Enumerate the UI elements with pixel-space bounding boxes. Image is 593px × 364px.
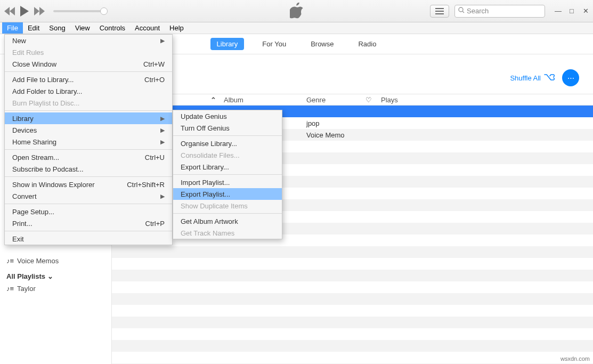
apple-logo-icon — [290, 2, 304, 20]
tab-for-you[interactable]: For You — [256, 38, 293, 50]
search-placeholder: Search — [467, 7, 489, 15]
next-icon[interactable] — [34, 7, 46, 15]
sort-asc-icon: ⌃ — [210, 96, 216, 104]
menu-song[interactable]: Song — [44, 22, 70, 34]
library-submenu: Update Genius Turn Off Genius Organise L… — [173, 110, 282, 239]
lib-get-artwork[interactable]: Get Album Artwork — [173, 215, 282, 227]
svg-rect-6 — [435, 11, 444, 12]
cell-genre: Voice Memo — [302, 131, 361, 139]
svg-line-9 — [462, 11, 464, 13]
lib-export-library[interactable]: Export Library... — [173, 161, 282, 173]
sidebar-item-taylor[interactable]: ♪≡ Taylor — [6, 285, 105, 293]
lib-export-playlist[interactable]: Export Playlist... — [173, 188, 282, 200]
lib-import-playlist[interactable]: Import Playlist... — [173, 176, 282, 188]
file-subscribe[interactable]: Subscribe to Podcast... — [5, 163, 172, 175]
lib-organise[interactable]: Organise Library... — [173, 137, 282, 149]
submenu-arrow-icon: ▶ — [160, 37, 165, 44]
file-show-explorer[interactable]: Show in Windows ExplorerCtrl+Shift+R — [5, 179, 172, 190]
svg-marker-4 — [39, 7, 45, 15]
col-genre[interactable]: Genre — [302, 96, 361, 104]
submenu-arrow-icon: ▶ — [160, 139, 165, 145]
svg-marker-2 — [20, 6, 29, 17]
menu-help[interactable]: Help — [165, 22, 189, 34]
list-view-button[interactable] — [430, 5, 449, 18]
svg-marker-1 — [10, 7, 15, 15]
file-open-stream[interactable]: Open Stream...Ctrl+U — [5, 151, 172, 163]
col-plays[interactable]: Plays — [377, 96, 593, 104]
menu-account[interactable]: Account — [130, 22, 165, 34]
playback-controls — [4, 6, 110, 17]
file-burn: Burn Playlist to Disc... — [5, 97, 172, 109]
minimize-button[interactable]: — — [555, 7, 561, 15]
file-home-sharing[interactable]: Home Sharing▶ — [5, 136, 172, 148]
file-add-folder[interactable]: Add Folder to Library... — [5, 85, 172, 97]
close-button[interactable]: ✕ — [582, 7, 589, 15]
menu-file[interactable]: File — [2, 22, 23, 34]
file-menu-dropdown: New▶ Edit Rules Close WindowCtrl+W Add F… — [4, 34, 173, 245]
file-library[interactable]: Library▶ — [5, 112, 172, 124]
file-new[interactable]: New▶ — [5, 35, 172, 46]
lib-show-duplicates: Show Duplicate Items — [173, 200, 282, 212]
col-heart[interactable]: ♡ — [361, 96, 377, 104]
watermark: wsxdn.com — [560, 355, 590, 362]
table-header: me Artist⌃ Album Genre ♡ Plays — [112, 94, 593, 106]
cell-genre: jpop — [302, 119, 361, 127]
file-add-file[interactable]: Add File to Library...Ctrl+O — [5, 74, 172, 85]
sidebar-all-playlists[interactable]: All Playlists ⌄ — [6, 272, 105, 280]
maximize-button[interactable]: □ — [568, 7, 575, 15]
tab-library[interactable]: Library — [210, 38, 245, 50]
heart-icon: ♡ — [365, 96, 372, 104]
menubar: File Edit Song View Controls Account Hel… — [0, 22, 593, 34]
lib-update-genius[interactable]: Update Genius — [173, 110, 282, 122]
svg-marker-0 — [4, 7, 10, 15]
file-print[interactable]: Print...Ctrl+P — [5, 217, 172, 229]
lib-turn-off-genius[interactable]: Turn Off Genius — [173, 122, 282, 134]
file-edit-rules: Edit Rules — [5, 46, 172, 58]
playlist-icon: ♪≡ — [6, 257, 14, 265]
ellipsis-icon: ⋯ — [567, 74, 574, 82]
sidebar-item-voice-memos[interactable]: ♪≡ Voice Memos — [6, 257, 105, 265]
file-devices[interactable]: Devices▶ — [5, 124, 172, 136]
lib-consolidate: Consolidate Files... — [173, 149, 282, 161]
menu-edit[interactable]: Edit — [23, 22, 44, 34]
prev-icon[interactable] — [4, 7, 16, 15]
tab-radio[interactable]: Radio — [352, 38, 383, 50]
menu-view[interactable]: View — [70, 22, 95, 34]
sidebar-label: Voice Memos — [17, 257, 59, 265]
file-convert[interactable]: Convert▶ — [5, 190, 172, 202]
menu-controls[interactable]: Controls — [95, 22, 130, 34]
search-icon — [458, 7, 465, 15]
file-exit[interactable]: Exit — [5, 233, 172, 245]
svg-marker-3 — [34, 7, 39, 15]
playlist-icon: ♪≡ — [6, 285, 14, 293]
shuffle-label: Shuffle All — [510, 74, 541, 82]
col-album[interactable]: Album — [220, 96, 302, 104]
submenu-arrow-icon: ▶ — [160, 115, 165, 122]
search-input[interactable]: Search — [454, 5, 545, 18]
submenu-arrow-icon: ▶ — [160, 127, 165, 134]
volume-slider[interactable] — [53, 10, 107, 12]
play-icon[interactable] — [20, 6, 30, 17]
submenu-arrow-icon: ▶ — [160, 193, 165, 200]
lib-get-tracknames: Get Track Names — [173, 227, 282, 239]
window-controls: — □ ✕ — [555, 7, 589, 15]
titlebar: Search — □ ✕ — [0, 0, 593, 22]
more-button[interactable]: ⋯ — [562, 69, 579, 86]
shuffle-all-button[interactable]: Shuffle All — [510, 73, 555, 83]
sidebar-label: All Playlists — [6, 272, 45, 280]
shuffle-icon — [544, 73, 555, 83]
file-close-window[interactable]: Close WindowCtrl+W — [5, 58, 172, 70]
svg-point-8 — [459, 7, 463, 12]
file-page-setup[interactable]: Page Setup... — [5, 206, 172, 217]
tab-browse[interactable]: Browse — [304, 38, 340, 50]
sidebar-label: Taylor — [17, 285, 36, 293]
svg-rect-7 — [435, 13, 444, 14]
chevron-down-icon: ⌄ — [47, 272, 53, 280]
svg-rect-5 — [435, 8, 444, 9]
